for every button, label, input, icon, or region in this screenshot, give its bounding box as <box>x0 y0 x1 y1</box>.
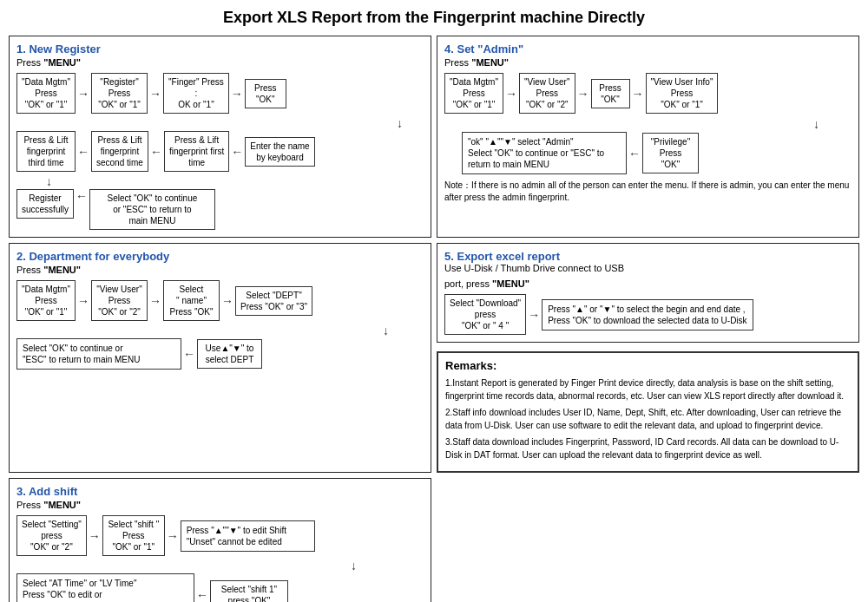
section-3-instruction: Press "MENU" <box>16 500 424 510</box>
section-1-instruction: Press "MENU" <box>16 57 424 68</box>
s2-flow-row2: Select "OK" to continue or "ESC" to retu… <box>16 338 424 370</box>
s1-flow-row1: "Data Mgtm" Press "OK" or "1" → "Registe… <box>16 73 424 114</box>
s2-arrow-2: → <box>149 294 161 308</box>
section-4-note: Note：If there is no admin all of the per… <box>444 180 852 204</box>
arrow-right-3: → <box>231 87 243 101</box>
section-2: 2. Department for everybody Press "MENU"… <box>9 243 431 473</box>
s1-flow-row2: Press & Lift fingerprint third time ← Pr… <box>16 131 424 172</box>
s1-box-2: "Register" Press "OK" or "1" <box>91 73 148 114</box>
s1-box-10: Select "OK" to continue or "ESC" to retu… <box>89 189 215 230</box>
s4-flow-row1: "Data Mgtm" Press "OK" or "1" → "View Us… <box>444 73 852 114</box>
section-5-line2: port, press "MENU" <box>444 278 852 289</box>
arrow-right-2: → <box>149 87 161 101</box>
section-2-instruction: Press "MENU" <box>16 265 424 275</box>
remarks-point-2: 2.Staff info download includes User ID, … <box>445 406 851 432</box>
section-1: 1. New Register Press "MENU" "Data Mgtm"… <box>9 36 431 238</box>
section-5-title: 5. Export excel report <box>444 250 560 263</box>
s1-box-5: Press & Lift fingerprint third time <box>16 131 76 172</box>
section-5: 5. Export excel report Use U-Disk / Thum… <box>437 243 859 343</box>
s4-arrow-1: → <box>505 87 517 101</box>
arrow-left-3: ← <box>231 145 243 159</box>
s2-arrow-1: → <box>77 294 89 308</box>
remarks-point-3: 3.Staff data download includes Fingerpri… <box>445 435 851 461</box>
s1-flow-row3: Register successfully ← Select "OK" to c… <box>16 189 424 230</box>
s3-arrow-2: → <box>167 529 179 543</box>
s4-arrow-down-1: ↓ <box>813 117 819 131</box>
remarks-title: Remarks: <box>445 359 851 372</box>
s3-box-5: Select "shift 1" press "OK" <box>210 580 288 603</box>
s1-box-9: Register successfully <box>16 189 74 219</box>
section-3: 3. Add shift Press "MENU" Select "Settin… <box>9 478 431 602</box>
s3-box-4: Select "AT Time" or "LV Time" Press "OK"… <box>16 573 194 602</box>
arrow-down-2: ↓ <box>46 174 52 188</box>
main-grid: 1. New Register Press "MENU" "Data Mgtm"… <box>9 36 859 602</box>
s2-arrow-down-1: ↓ <box>383 324 389 337</box>
arrow-down-1: ↓ <box>397 116 403 130</box>
section-5-line1: Use U-Disk / Thumb Drive connect to USB <box>444 263 852 273</box>
section-5-wrapper: 5. Export excel report Use U-Disk / Thum… <box>437 243 859 473</box>
s4-box-3: Press "OK" <box>591 79 630 108</box>
arrow-left-1: ← <box>77 145 89 159</box>
s5-flow-row: Select "Download" press "OK" or " 4 " → … <box>444 294 852 335</box>
s2-box-5: Select "OK" to continue or "ESC" to retu… <box>16 338 181 370</box>
s3-box-1: Select "Setting" press "OK" or "2" <box>16 515 87 556</box>
s1-box-4: Press "OK" <box>245 79 286 108</box>
s3-box-3: Press "▲""▼" to edit Shift "Unset" canno… <box>181 520 315 552</box>
s1-box-6: Press & Lift fingerprint second time <box>91 131 148 172</box>
s4-box-2: "View User" Press "OK" or "2" <box>519 73 575 114</box>
arrow-left-2: ← <box>150 145 162 159</box>
s4-arrow-left-1: ← <box>628 147 641 160</box>
s1-box-3: "Finger" Press : OK or "1" <box>163 73 229 114</box>
s5-box-1: Select "Download" press "OK" or " 4 " <box>444 294 526 335</box>
s3-box-2: Select "shift " Press "OK" or "1" <box>102 515 165 556</box>
arrow-left-4: ← <box>76 189 88 203</box>
s1-box-8: Enter the name by keyboard <box>245 137 314 167</box>
s4-arrow-3: → <box>632 87 644 101</box>
s2-box-3: Select " name" Press "OK" <box>163 280 220 321</box>
s5-box-2: Press "▲" or "▼" to select the begin and… <box>542 299 753 330</box>
s4-box-4: "View User Info" Press "OK" or "1" <box>646 73 719 114</box>
section-3-title: 3. Add shift <box>16 485 77 498</box>
section-4-title: 4. Set "Admin" <box>444 43 523 56</box>
s1-box-7: Press & Lift fingerprint first time <box>164 131 229 172</box>
s4-flow-row2: "ok" "▲""▼" select "Admin" Select "OK" t… <box>462 132 852 174</box>
s3-flow-row2: Select "AT Time" or "LV Time" Press "OK"… <box>16 573 424 602</box>
arrow-right-1: → <box>77 87 89 101</box>
s2-box-2: "View User" Press "OK" or "2" <box>91 280 148 321</box>
s4-arrow-2: → <box>577 87 589 101</box>
section-4: 4. Set "Admin" Press "MENU" "Data Mgtm" … <box>437 36 859 238</box>
section-4-instruction: Press "MENU" <box>444 57 852 68</box>
s2-flow-row1: "Data Mgtm" Press "OK" or "1" → "View Us… <box>16 280 424 321</box>
s4-box-1: "Data Mgtm" Press "OK" or "1" <box>444 73 503 114</box>
s3-arrow-down-1: ↓ <box>351 559 357 573</box>
s2-box-4: Select "DEPT" Press "OK" or "3" <box>235 286 312 316</box>
remarks-box: Remarks: 1.Instant Report is generated b… <box>437 351 859 473</box>
s2-arrow-3: → <box>221 294 233 308</box>
section-2-title: 2. Department for everybody <box>16 250 169 263</box>
s1-box-1: "Data Mgtm" Press "OK" or "1" <box>16 73 76 114</box>
s2-box-6: Use▲"▼" to select DEPT <box>197 339 262 369</box>
s3-arrow-1: → <box>89 529 101 543</box>
s4-box-privilege: "Privilege" Press "OK" <box>642 133 699 173</box>
s2-box-1: "Data Mgtm" Press "OK" or "1" <box>16 280 76 321</box>
s3-flow-row1: Select "Setting" press "OK" or "2" → Sel… <box>16 515 424 556</box>
s2-arrow-left-1: ← <box>183 347 195 361</box>
s5-arrow-1: → <box>528 308 540 322</box>
remarks-point-1: 1.Instant Report is generated by Finger … <box>445 376 851 402</box>
page-title: Export XLS Report from the Fingerprint m… <box>9 9 859 27</box>
s3-arrow-left-1: ← <box>196 588 208 602</box>
section-1-title: 1. New Register <box>16 43 101 56</box>
s4-box-admin: "ok" "▲""▼" select "Admin" Select "OK" t… <box>462 132 627 174</box>
